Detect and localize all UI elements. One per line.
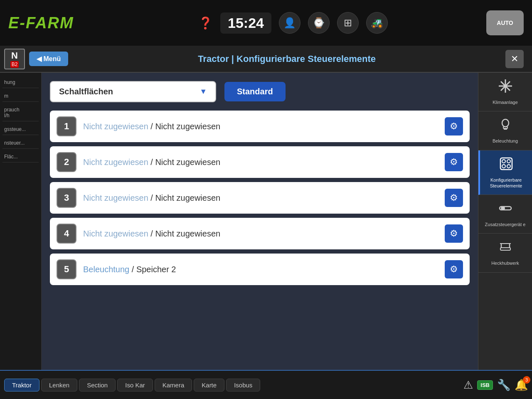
item-part1-2: Nicht zugewiesen: [83, 158, 148, 167]
item-number-badge-4: 4: [57, 224, 76, 244]
logo: E-FARM: [8, 14, 100, 32]
item-gear-button-3[interactable]: ⚙: [445, 189, 463, 207]
right-sidebar-label-0: Klimaanlage: [493, 99, 518, 105]
dialog-title: Tractor | Konfigurierbare Steuerelemente: [72, 54, 501, 64]
item-text-1: Nicht zugewiesen / Nicht zugewiesen: [83, 122, 438, 131]
right-sidebar-item-3[interactable]: Zusatzsteuergerät e: [478, 195, 532, 234]
n-badge: N B2: [4, 49, 25, 69]
bottom-bar: TraktorLenkenSectionIso KarKameraKarteIs…: [0, 370, 532, 399]
svg-point-10: [507, 160, 510, 163]
item-number-badge-5: 5: [57, 259, 76, 279]
config-item-3: 3Nicht zugewiesen / Nicht zugewiesen⚙: [50, 182, 470, 214]
bottom-tab-isobus[interactable]: Isobus: [226, 379, 260, 392]
main-layout: hung m prauchl/h gssteue... nsteuer... F…: [0, 73, 532, 370]
item-number-badge-2: 2: [57, 152, 76, 172]
sidebar-item-hung: hung: [2, 77, 39, 88]
content-area: Schaltflächen ▼ Standard 1Nicht zugewies…: [42, 73, 478, 370]
config-list: 1Nicht zugewiesen / Nicht zugewiesen⚙2Ni…: [50, 111, 470, 285]
svg-rect-6: [503, 127, 507, 128]
item-separator-2: /: [148, 158, 155, 167]
tool-icon[interactable]: 🔧: [497, 379, 510, 392]
sidebar-item-prauch: prauchl/h: [2, 104, 39, 121]
svg-point-4: [504, 84, 507, 88]
svg-point-12: [507, 165, 510, 168]
top-bar: E-FARM ❓ 15:24 👤 ⌚ ⊞ 🚜 AUTO: [0, 0, 532, 46]
item-part2-5: Speicher 2: [136, 265, 176, 274]
second-bar: N B2 ◀ Menü Tractor | Konfigurierbare St…: [0, 46, 532, 73]
item-part1-5: Beleuchtung: [83, 265, 129, 274]
item-gear-button-4[interactable]: ⚙: [445, 224, 463, 243]
sidebar-item-m: m: [2, 91, 39, 102]
item-separator-5: /: [129, 265, 136, 274]
svg-point-5: [502, 119, 509, 127]
clock: 15:24: [220, 12, 271, 34]
user-icon[interactable]: 👤: [279, 12, 300, 34]
auto-button[interactable]: AUTO: [486, 10, 524, 35]
item-text-5: Beleuchtung / Speicher 2: [83, 265, 438, 274]
bottom-tab-lenken[interactable]: Lenken: [41, 379, 77, 392]
speedometer-icon[interactable]: ⌚: [308, 12, 330, 34]
logo-text: E-FARM: [8, 14, 74, 32]
right-sidebar-icon-2: [499, 156, 514, 175]
sidebar-item-nsteuer: nsteuer...: [2, 138, 39, 149]
top-center: ❓ 15:24 👤 ⌚ ⊞ 🚜: [108, 12, 478, 34]
right-sidebar-item-1[interactable]: Beleuchtung: [478, 111, 532, 150]
item-number-badge-3: 3: [57, 188, 76, 208]
item-text-2: Nicht zugewiesen / Nicht zugewiesen: [83, 158, 438, 167]
dropdown-row: Schaltflächen ▼ Standard: [50, 81, 470, 102]
tractor-icon[interactable]: 🚜: [366, 12, 388, 34]
svg-point-9: [502, 160, 505, 163]
item-text-4: Nicht zugewiesen / Nicht zugewiesen: [83, 229, 438, 239]
config-item-4: 4Nicht zugewiesen / Nicht zugewiesen⚙: [50, 218, 470, 249]
item-gear-button-1[interactable]: ⚙: [445, 117, 463, 135]
item-part2-3: Nicht zugewiesen: [155, 193, 220, 202]
right-sidebar-item-0[interactable]: Klimaanlage: [478, 73, 532, 111]
standard-button[interactable]: Standard: [224, 82, 286, 101]
warning-icon[interactable]: ⚠: [463, 379, 473, 392]
right-sidebar: KlimaanlageBeleuchtungKonfigurierbare St…: [478, 73, 532, 370]
right-sidebar-label-1: Beleuchtung: [493, 138, 518, 144]
item-part2-2: Nicht zugewiesen: [155, 158, 220, 167]
bottom-tab-iso-kar[interactable]: Iso Kar: [117, 379, 153, 392]
help-icon[interactable]: ❓: [198, 16, 213, 30]
right-sidebar-icon-1: [498, 117, 513, 135]
schaltflachen-dropdown[interactable]: Schaltflächen ▼: [50, 81, 216, 102]
right-sidebar-icon-4: [498, 239, 513, 258]
item-gear-button-5[interactable]: ⚙: [445, 260, 463, 278]
item-part1-3: Nicht zugewiesen: [83, 193, 148, 202]
right-sidebar-icon-0: [498, 79, 513, 97]
svg-rect-8: [500, 158, 512, 170]
bottom-tab-karte[interactable]: Karte: [194, 379, 224, 392]
item-text-3: Nicht zugewiesen / Nicht zugewiesen: [83, 193, 438, 203]
config-item-5: 5Beleuchtung / Speicher 2⚙: [50, 254, 470, 285]
notification-count: 3: [523, 376, 530, 384]
bottom-tab-kamera[interactable]: Kamera: [155, 379, 192, 392]
right-sidebar-icon-3: [498, 201, 513, 219]
right-sidebar-item-4[interactable]: Heckhubwerk: [478, 234, 532, 272]
item-separator-1: /: [148, 122, 155, 131]
svg-point-14: [501, 206, 505, 210]
item-part1-4: Nicht zugewiesen: [83, 229, 148, 238]
left-sidebar: hung m prauchl/h gssteue... nsteuer... F…: [0, 73, 42, 370]
item-separator-3: /: [148, 193, 155, 202]
notification-bell-icon[interactable]: 🔔3: [515, 379, 528, 392]
sidebar-item-flac: Fläc...: [2, 151, 39, 163]
svg-rect-15: [500, 248, 510, 250]
item-number-badge-1: 1: [57, 116, 76, 136]
close-button[interactable]: ✕: [505, 50, 524, 68]
config-item-1: 1Nicht zugewiesen / Nicht zugewiesen⚙: [50, 111, 470, 142]
bottom-tab-traktor[interactable]: Traktor: [4, 379, 39, 392]
item-gear-button-2[interactable]: ⚙: [445, 153, 463, 171]
bottom-icons: ⚠ISB🔧🔔3: [463, 379, 528, 392]
menu-button[interactable]: ◀ Menü: [29, 52, 68, 66]
svg-point-11: [502, 165, 505, 168]
item-part2-4: Nicht zugewiesen: [155, 229, 220, 238]
bottom-tab-section[interactable]: Section: [79, 379, 116, 392]
right-sidebar-item-2[interactable]: Konfigurierbare Steuerelemente: [478, 150, 532, 195]
right-sidebar-label-4: Heckhubwerk: [491, 260, 519, 266]
dropdown-arrow-icon: ▼: [200, 87, 207, 96]
grid-icon[interactable]: ⊞: [337, 12, 359, 34]
right-sidebar-label-3: Zusatzsteuergerät e: [485, 222, 526, 227]
b2-label: B2: [10, 61, 19, 68]
item-separator-4: /: [148, 229, 155, 238]
